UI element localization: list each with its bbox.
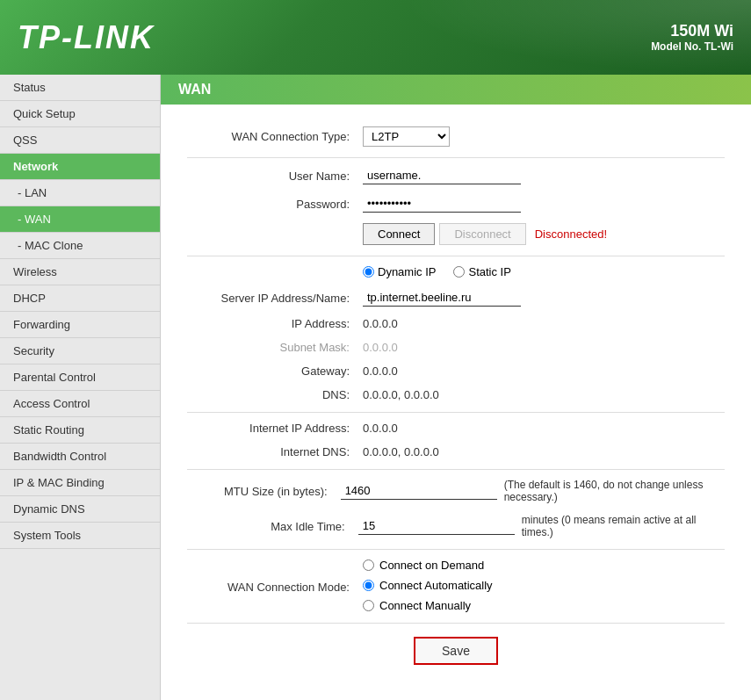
mtu-hint: (The default is 1460, do not change unle… bbox=[504, 479, 725, 503]
conn-automatically-option[interactable]: Connect Automatically bbox=[363, 579, 493, 592]
connection-status: Disconnected! bbox=[535, 227, 607, 241]
server-ip-row: Server IP Address/Name: bbox=[187, 289, 725, 307]
model-info: 150M Wi Model No. TL-Wi bbox=[651, 22, 733, 53]
conn-automatically-text: Connect Automatically bbox=[379, 579, 493, 592]
internet-ip-value: 0.0.0.0 bbox=[363, 422, 398, 435]
max-idle-row: Max Idle Time: minutes (0 means remain a… bbox=[187, 514, 725, 538]
divider-2 bbox=[187, 256, 725, 256]
ip-address-label: IP Address: bbox=[187, 317, 363, 330]
wan-conn-mode-row: WAN Connection Mode: Connect on Demand C… bbox=[187, 559, 725, 612]
save-row: Save bbox=[187, 623, 725, 674]
subnet-mask-row: Subnet Mask: 0.0.0.0 bbox=[187, 341, 725, 354]
sidebar-item-ip-mac[interactable]: IP & MAC Binding bbox=[0, 470, 160, 496]
server-ip-label: Server IP Address/Name: bbox=[187, 292, 363, 305]
divider-4 bbox=[187, 469, 725, 470]
conn-on-demand-radio[interactable] bbox=[363, 559, 374, 571]
max-idle-label: Max Idle Time: bbox=[187, 520, 358, 533]
dns-row: DNS: 0.0.0.0, 0.0.0.0 bbox=[187, 388, 725, 401]
dns-value: 0.0.0.0, 0.0.0.0 bbox=[363, 388, 439, 401]
gateway-row: Gateway: 0.0.0.0 bbox=[187, 364, 725, 378]
internet-ip-label: Internet IP Address: bbox=[187, 422, 363, 435]
sidebar-item-static-routing[interactable]: Static Routing bbox=[0, 417, 160, 444]
sidebar-item-quick-setup[interactable]: Quick Setup bbox=[0, 101, 160, 127]
conn-manually-option[interactable]: Connect Manually bbox=[363, 599, 493, 612]
server-ip-input[interactable] bbox=[363, 289, 521, 307]
sidebar-item-mac-clone[interactable]: - MAC Clone bbox=[0, 233, 160, 259]
save-button[interactable]: Save bbox=[414, 637, 498, 665]
password-input[interactable] bbox=[363, 195, 521, 213]
dynamic-ip-radio[interactable] bbox=[363, 266, 374, 278]
sidebar-item-bandwidth[interactable]: Bandwidth Control bbox=[0, 444, 160, 470]
max-idle-hint: minutes (0 means remain active at all ti… bbox=[522, 514, 725, 538]
username-input[interactable] bbox=[363, 167, 521, 184]
subnet-mask-value: 0.0.0.0 bbox=[363, 341, 398, 354]
form-area: WAN Connection Type: L2TP PPPoE Dynamic … bbox=[161, 118, 751, 682]
sidebar-item-ddns[interactable]: Dynamic DNS bbox=[0, 496, 160, 523]
conn-automatically-radio[interactable] bbox=[363, 580, 374, 591]
connect-row: Connect Disconnect Disconnected! bbox=[187, 223, 725, 245]
ip-address-row: IP Address: 0.0.0.0 bbox=[187, 317, 725, 330]
sidebar-item-forwarding[interactable]: Forwarding bbox=[0, 312, 160, 338]
disconnect-button[interactable]: Disconnect bbox=[439, 223, 525, 245]
static-ip-text: Static IP bbox=[468, 265, 510, 278]
header: TP-LINK 150M Wi Model No. TL-Wi bbox=[0, 0, 751, 75]
dynamic-ip-text: Dynamic IP bbox=[378, 265, 436, 278]
conn-manually-text: Connect Manually bbox=[379, 599, 471, 612]
internet-dns-label: Internet DNS: bbox=[187, 445, 363, 458]
password-row: Password: bbox=[187, 195, 725, 213]
sidebar-item-wan[interactable]: - WAN bbox=[0, 206, 160, 233]
sidebar-item-network[interactable]: Network bbox=[0, 154, 160, 180]
mtu-row: MTU Size (in bytes): (The default is 146… bbox=[187, 479, 725, 503]
dns-label: DNS: bbox=[187, 388, 363, 401]
sidebar-item-security[interactable]: Security bbox=[0, 338, 160, 364]
ip-address-value: 0.0.0.0 bbox=[363, 317, 398, 330]
wan-connection-type-label: WAN Connection Type: bbox=[187, 130, 363, 143]
dynamic-ip-label[interactable]: Dynamic IP bbox=[363, 265, 436, 278]
username-label: User Name: bbox=[187, 170, 363, 183]
sidebar: Status Quick Setup QSS Network - LAN - W… bbox=[0, 75, 161, 700]
max-idle-input[interactable] bbox=[358, 517, 515, 535]
static-ip-label[interactable]: Static IP bbox=[453, 265, 510, 278]
sidebar-item-status[interactable]: Status bbox=[0, 75, 160, 101]
conn-on-demand-option[interactable]: Connect on Demand bbox=[363, 559, 493, 572]
divider-1 bbox=[187, 157, 725, 158]
password-label: Password: bbox=[187, 198, 363, 211]
gateway-value: 0.0.0.0 bbox=[363, 364, 398, 378]
gateway-label: Gateway: bbox=[187, 364, 363, 378]
main-layout: Status Quick Setup QSS Network - LAN - W… bbox=[0, 75, 751, 700]
sidebar-item-lan[interactable]: - LAN bbox=[0, 180, 160, 206]
sidebar-item-dhcp[interactable]: DHCP bbox=[0, 285, 160, 312]
sidebar-item-qss[interactable]: QSS bbox=[0, 127, 160, 154]
internet-dns-row: Internet DNS: 0.0.0.0, 0.0.0.0 bbox=[187, 445, 725, 458]
ip-mode-group: Dynamic IP Static IP bbox=[363, 265, 511, 278]
conn-manually-radio[interactable] bbox=[363, 600, 374, 611]
sidebar-item-parental[interactable]: Parental Control bbox=[0, 364, 160, 391]
internet-ip-row: Internet IP Address: 0.0.0.0 bbox=[187, 422, 725, 435]
mtu-input[interactable] bbox=[341, 482, 497, 500]
subnet-mask-label: Subnet Mask: bbox=[187, 341, 363, 354]
conn-on-demand-text: Connect on Demand bbox=[379, 559, 484, 572]
logo: TP-LINK bbox=[18, 19, 155, 56]
page-title: WAN bbox=[161, 75, 751, 105]
sidebar-item-system[interactable]: System Tools bbox=[0, 523, 160, 549]
internet-dns-value: 0.0.0.0, 0.0.0.0 bbox=[363, 445, 439, 458]
conn-mode-options: Connect on Demand Connect Automatically … bbox=[363, 559, 493, 612]
ip-mode-row: Dynamic IP Static IP bbox=[187, 265, 725, 278]
divider-5 bbox=[187, 549, 725, 550]
wan-connection-type-row: WAN Connection Type: L2TP PPPoE Dynamic … bbox=[187, 126, 725, 147]
wan-conn-mode-label: WAN Connection Mode: bbox=[187, 577, 363, 594]
content-area: WAN WAN Connection Type: L2TP PPPoE Dyna… bbox=[161, 75, 751, 700]
divider-3 bbox=[187, 412, 725, 413]
mtu-label: MTU Size (in bytes): bbox=[187, 485, 341, 498]
static-ip-radio[interactable] bbox=[453, 266, 465, 278]
sidebar-item-wireless[interactable]: Wireless bbox=[0, 259, 160, 285]
username-row: User Name: bbox=[187, 167, 725, 184]
connect-button[interactable]: Connect bbox=[363, 223, 435, 245]
wan-connection-type-select[interactable]: L2TP PPPoE Dynamic IP Static IP PPTP bbox=[363, 126, 450, 147]
sidebar-item-access[interactable]: Access Control bbox=[0, 391, 160, 417]
